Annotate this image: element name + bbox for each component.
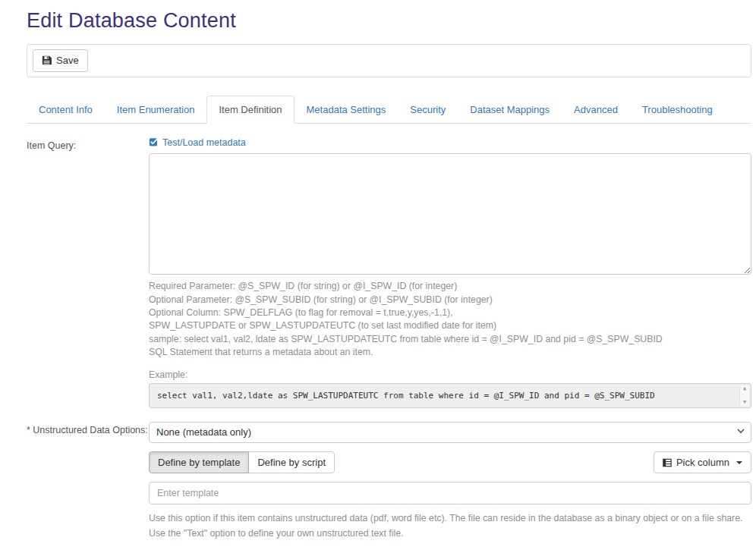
save-button-label: Save — [56, 55, 79, 67]
tab-item-definition[interactable]: Item Definition — [206, 96, 294, 124]
unstructured-define-row: Define by template Define by script Pick… — [149, 451, 751, 474]
unstructured-help-text: Use this option if this item contains un… — [149, 511, 751, 541]
item-query-help: Required Parameter: @S_SPW_ID (for strin… — [149, 280, 751, 360]
tab-dataset-mappings-label[interactable]: Dataset Mappings — [458, 96, 562, 124]
tab-item-enumeration-label[interactable]: Item Enumeration — [105, 96, 207, 124]
unstructured-data-options-select[interactable]: None (metadata only) — [149, 422, 751, 443]
code-box-scrollbar[interactable]: ▲ ▼ — [739, 385, 749, 406]
unstructured-data-options-row: * Unstructured Data Options: None (metad… — [27, 422, 751, 542]
define-by-script-button[interactable]: Define by script — [248, 451, 335, 474]
tab-dataset-mappings[interactable]: Dataset Mappings — [458, 96, 562, 124]
tab-item-enumeration[interactable]: Item Enumeration — [105, 96, 207, 124]
unstructured-define-group: Define by template Define by script — [149, 451, 335, 474]
example-label: Example: — [149, 369, 751, 380]
save-button[interactable]: Save — [33, 49, 88, 72]
scroll-up-icon[interactable]: ▲ — [743, 385, 746, 392]
toolbar: Save — [27, 44, 751, 77]
test-load-metadata-link[interactable]: Test/Load metadata — [149, 137, 246, 148]
item-query-row: Item Query: Test/Load metadata Required … — [27, 137, 751, 408]
item-query-textarea[interactable] — [149, 153, 751, 275]
example-code-box: select val1, val2,ldate as SPW_LASTUPDAT… — [149, 383, 751, 408]
caret-down-icon — [736, 461, 742, 464]
pick-column-button[interactable]: Pick column — [654, 451, 751, 474]
help-line: SPW_LASTUPDATE or SPW_LASTUPDATEUTC (to … — [149, 319, 751, 332]
table-columns-icon — [663, 458, 672, 467]
tab-content-info[interactable]: Content Info — [27, 96, 105, 124]
define-by-template-button[interactable]: Define by template — [149, 451, 249, 474]
unstructured-data-options-controls: None (metadata only) Define by template … — [149, 422, 751, 542]
save-icon — [42, 55, 52, 65]
tab-advanced[interactable]: Advanced — [562, 96, 630, 124]
define-by-template-label: Define by template — [158, 457, 240, 469]
page-title: Edit Database Content — [27, 9, 751, 33]
tab-troubleshooting-label[interactable]: Troubleshooting — [630, 96, 725, 124]
help-line: Optional Parameter: @S_SPW_SUBID (for st… — [149, 294, 751, 306]
tab-bar: Content Info Item Enumeration Item Defin… — [27, 96, 751, 124]
tab-security[interactable]: Security — [398, 96, 458, 124]
help-line: sample: select val1, val2, ldate as SPW_… — [149, 333, 751, 346]
scroll-down-icon[interactable]: ▼ — [743, 399, 746, 406]
tab-metadata-settings-label[interactable]: Metadata Settings — [295, 96, 398, 124]
check-square-icon — [149, 137, 159, 147]
tab-item-definition-label[interactable]: Item Definition — [206, 96, 294, 124]
tab-metadata-settings[interactable]: Metadata Settings — [295, 96, 398, 124]
tab-troubleshooting[interactable]: Troubleshooting — [630, 96, 725, 124]
example-code: select val1, val2,ldate as SPW_LASTUPDAT… — [157, 391, 655, 401]
help-line: Required Parameter: @S_SPW_ID (for strin… — [149, 280, 751, 293]
help-line: Optional Column: SPW_DELFLAG (to flag fo… — [149, 306, 751, 319]
test-load-metadata-label: Test/Load metadata — [162, 137, 246, 148]
enter-template-input[interactable] — [149, 482, 751, 504]
item-query-controls: Test/Load metadata Required Parameter: @… — [149, 137, 751, 408]
define-by-script-label: Define by script — [257, 457, 326, 469]
help-line: SQL Statement that returns a metadata ab… — [149, 346, 751, 359]
tab-advanced-label[interactable]: Advanced — [562, 96, 630, 124]
pick-column-label: Pick column — [676, 457, 729, 469]
unstructured-select-wrap: None (metadata only) — [149, 422, 751, 443]
tab-content-info-label[interactable]: Content Info — [27, 96, 105, 124]
unstructured-data-options-label: * Unstructured Data Options: — [27, 422, 149, 542]
item-query-label: Item Query: — [27, 137, 149, 408]
tab-security-label[interactable]: Security — [398, 96, 458, 124]
